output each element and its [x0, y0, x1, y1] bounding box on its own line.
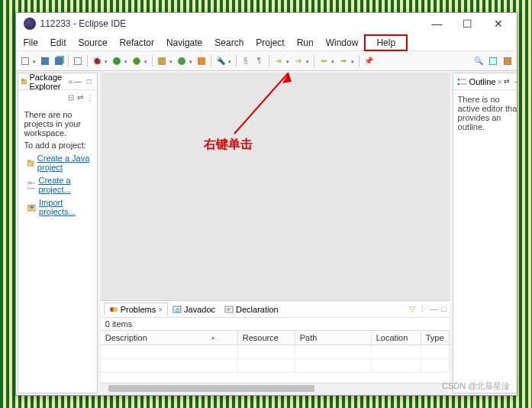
main-toolbar: ▾ 🐞▾ ▾ ▾ ▾ ▾ 🔦▾ § ¶ ➜▾ ➜▾ ⬅▾ ➡▾ 📌 🔍 [16, 51, 517, 71]
table-header: Description▴ Resource Path Location Type [101, 330, 450, 345]
minimize-button[interactable]: ― [422, 15, 453, 32]
horizontal-scrollbar[interactable] [101, 383, 450, 393]
svg-rect-3 [27, 160, 31, 161]
import-projects-link[interactable]: Import projects... [39, 198, 91, 216]
open-perspective-icon[interactable] [487, 55, 499, 67]
maximize-view-icon[interactable]: □ [85, 77, 94, 86]
javadoc-icon: @ [172, 306, 182, 313]
minimize-view-icon[interactable]: ― [430, 304, 438, 314]
package-explorer-label: Package Explorer [29, 73, 66, 91]
menu-help[interactable]: Help [364, 34, 408, 51]
items-count: 0 items [101, 318, 450, 330]
menu-refactor[interactable]: Refactor [114, 35, 160, 50]
dropdown-icon[interactable]: ▾ [189, 59, 194, 63]
menu-project[interactable]: Project [250, 35, 290, 50]
forward-icon[interactable]: ➡ [337, 55, 350, 67]
dropdown-icon[interactable]: ▾ [331, 59, 336, 63]
col-location[interactable]: Location [372, 331, 421, 345]
new-package-icon[interactable] [156, 55, 168, 67]
quick-access-icon[interactable]: 🔍 [472, 55, 485, 67]
table-body [101, 345, 450, 376]
maximize-button[interactable]: ☐ [453, 15, 483, 32]
filter-icon[interactable]: ▽ [409, 304, 415, 314]
open-type-icon[interactable] [195, 55, 208, 67]
search-icon[interactable]: 🔦 [214, 55, 227, 67]
pin-icon[interactable]: 📌 [363, 55, 375, 67]
eclipse-window: 112233 - Eclipse IDE ― ☐ ✕ File Edit Sou… [15, 12, 517, 396]
run-icon[interactable] [111, 55, 123, 67]
create-java-project-link[interactable]: Create a Java project [37, 154, 91, 172]
create-project-link[interactable]: Create a project... [38, 176, 90, 194]
view-menu-icon[interactable]: ⋮ [418, 304, 427, 314]
package-explorer-body: There are no projects in your workspace.… [18, 104, 97, 222]
menu-search[interactable]: Search [208, 35, 250, 50]
close-icon[interactable]: × [158, 306, 163, 314]
dropdown-icon[interactable]: ▾ [169, 59, 174, 63]
svg-text:J: J [31, 161, 33, 165]
package-explorer-toolbar: ⊟ ⇄ ⋮ [18, 90, 97, 104]
toggle-mark-icon[interactable]: § [240, 55, 252, 67]
coverage-icon[interactable] [131, 55, 143, 67]
scrollbar-thumb[interactable] [108, 385, 314, 392]
view-menu-icon[interactable]: ⋮ [86, 93, 94, 102]
link-editor-icon[interactable]: ⇄ [77, 93, 83, 102]
dropdown-icon[interactable]: ▾ [351, 59, 356, 63]
col-description[interactable]: Description▴ [101, 331, 238, 345]
close-button[interactable]: ✕ [483, 15, 514, 32]
problems-table: Description▴ Resource Path Location Type [101, 330, 450, 383]
debug-icon[interactable]: 🐞 [91, 55, 103, 67]
switch-icon[interactable] [72, 55, 84, 67]
outline-tab[interactable]: Outline × ⇄ ― [453, 73, 517, 90]
menu-navigate[interactable]: Navigate [160, 35, 208, 50]
minimize-view-icon[interactable]: ― [514, 77, 517, 86]
link-editor-icon[interactable]: ⇄ [502, 77, 511, 86]
menu-edit[interactable]: Edit [44, 35, 73, 50]
empty-msg-1: There are no projects in your workspace. [24, 110, 91, 138]
next-annotation-icon[interactable]: ➜ [272, 55, 285, 67]
menu-file[interactable]: File [18, 35, 44, 50]
table-row[interactable] [101, 345, 450, 359]
empty-msg-2: To add a project: [24, 141, 91, 150]
menu-run[interactable]: Run [291, 35, 320, 50]
new-icon[interactable] [19, 55, 31, 67]
dropdown-icon[interactable]: ▾ [124, 59, 129, 63]
dropdown-icon[interactable]: ▾ [105, 59, 109, 63]
collapse-all-icon[interactable]: ⊟ [68, 93, 74, 102]
save-all-icon[interactable] [53, 55, 65, 67]
dropdown-icon[interactable]: ▾ [144, 59, 149, 63]
col-type[interactable]: Type [421, 331, 450, 345]
package-explorer-tab[interactable]: Package Explorer × ― □ [18, 73, 97, 90]
maximize-view-icon[interactable]: □ [441, 304, 447, 314]
bottom-tab-bar: Problems × @ Javadoc Declaration ▽ ⋮ [101, 301, 450, 318]
prev-annotation-icon[interactable]: ➜ [292, 55, 305, 67]
dropdown-icon[interactable]: ▾ [228, 59, 233, 63]
dropdown-icon[interactable]: ▾ [33, 59, 37, 63]
dropdown-icon[interactable]: ▾ [286, 59, 291, 63]
declaration-tab[interactable]: Declaration [220, 303, 283, 316]
save-icon[interactable] [39, 55, 51, 67]
package-explorer-icon [21, 77, 27, 86]
dropdown-icon[interactable]: ▾ [306, 59, 311, 63]
col-resource[interactable]: Resource [238, 331, 295, 345]
outline-icon [456, 77, 467, 86]
java-perspective-icon[interactable] [501, 55, 514, 67]
svg-point-17 [457, 78, 459, 80]
project-icon [27, 181, 36, 189]
editor-area[interactable]: 右键单击 [101, 73, 450, 300]
package-explorer-view: Package Explorer × ― □ ⊟ ⇄ ⋮ There are n… [18, 73, 98, 393]
col-path[interactable]: Path [295, 331, 372, 345]
declaration-icon [224, 306, 234, 313]
menu-source[interactable]: Source [73, 35, 114, 50]
back-icon[interactable]: ⬅ [318, 55, 330, 67]
eclipse-icon [24, 18, 36, 30]
problems-view: Problems × @ Javadoc Declaration ▽ ⋮ [101, 300, 450, 393]
problems-tab[interactable]: Problems × [104, 303, 168, 316]
menu-window[interactable]: Window [320, 35, 365, 50]
table-row[interactable] [101, 359, 450, 373]
svg-rect-14 [225, 306, 233, 312]
svg-point-18 [457, 83, 459, 85]
javadoc-tab[interactable]: @ Javadoc [168, 303, 220, 316]
new-class-icon[interactable] [176, 55, 188, 67]
toggle-block-icon[interactable]: ¶ [253, 55, 266, 67]
minimize-view-icon[interactable]: ― [73, 77, 82, 86]
